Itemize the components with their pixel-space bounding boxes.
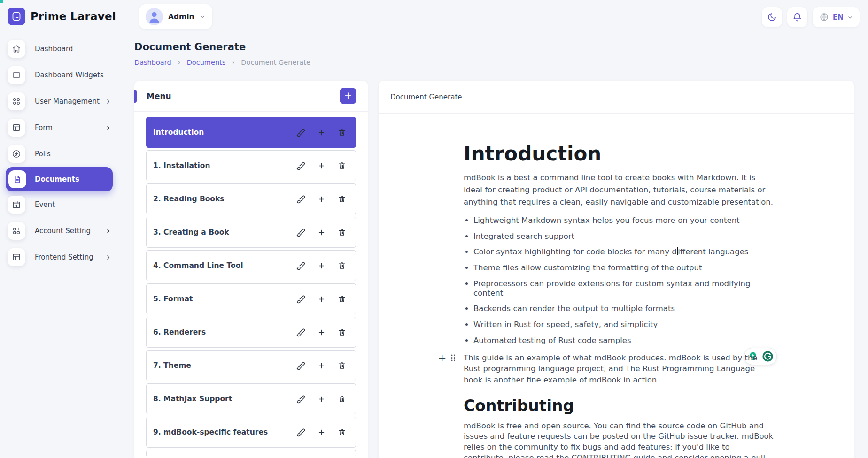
menu-item-mathjax-support[interactable]: 8. MathJax Support (146, 383, 356, 414)
menu-item-installation[interactable]: 1. Installation (146, 150, 356, 181)
home-icon (8, 40, 25, 58)
menu-item-command-line-tool[interactable]: 4. Command Line Tool (146, 250, 356, 281)
feature-bullet[interactable]: Automated testing of Rust code samples (473, 336, 774, 345)
add-subitem-icon[interactable] (318, 328, 326, 336)
trash-icon[interactable] (338, 261, 346, 270)
breadcrumb-link-dashboard[interactable]: Dashboard (134, 59, 171, 66)
trash-icon[interactable] (338, 295, 346, 303)
chevron-right-icon (105, 254, 111, 260)
menu-item-mdbook-specific-features[interactable]: 9. mdBook-specific features (146, 417, 356, 448)
trash-icon[interactable] (338, 328, 346, 336)
sidebar-item-documents[interactable]: Documents (6, 167, 113, 191)
calendar-icon (8, 196, 25, 214)
add-menu-button[interactable]: + (340, 88, 356, 104)
user-menu-button[interactable]: Admin (139, 4, 212, 29)
menu-item-label: 6. Renderers (153, 328, 206, 336)
menu-item-label: 9. mdBook-specific features (153, 428, 268, 436)
brush-icon[interactable] (296, 328, 305, 337)
brush-icon[interactable] (296, 428, 305, 437)
menu-item-label: 2. Reading Books (153, 195, 225, 203)
brush-icon[interactable] (296, 261, 305, 270)
sidebar-item-form[interactable]: Form (0, 114, 124, 141)
document-title[interactable]: Introduction (464, 143, 774, 165)
document-editor[interactable]: Introduction mdBook is a best a command … (464, 143, 774, 458)
trash-icon[interactable] (338, 195, 346, 203)
menu-item-label: 5. Format (153, 295, 193, 303)
add-subitem-icon[interactable] (318, 129, 326, 137)
menu-panel-title: Menu (147, 92, 171, 101)
menu-item-theme[interactable]: 7. Theme (146, 350, 356, 381)
breadcrumb-separator-icon (177, 60, 182, 65)
trash-icon[interactable] (338, 228, 346, 237)
feature-bullet[interactable]: Theme files allow customizing the format… (473, 263, 774, 273)
feature-bullet[interactable]: Backends can render the output to multip… (473, 304, 774, 313)
add-subitem-icon[interactable] (318, 295, 326, 303)
feature-bullet[interactable]: Lightweight Markdown syntax helps you fo… (473, 216, 774, 225)
add-subitem-icon[interactable] (318, 195, 326, 203)
guide-paragraph-block: + This guide is an example of what mdBoo… (464, 352, 774, 386)
add-subitem-icon[interactable] (318, 229, 326, 237)
trash-icon[interactable] (338, 128, 346, 137)
sidebar-item-dashboard-widgets[interactable]: Dashboard Widgets (0, 62, 124, 88)
language-selector[interactable]: EN (813, 7, 860, 27)
drag-handle-icon[interactable] (450, 354, 456, 362)
trash-icon[interactable] (338, 428, 346, 436)
brush-icon[interactable] (296, 295, 305, 304)
sidebar-item-event[interactable]: Event (0, 191, 124, 218)
trash-icon[interactable] (338, 161, 346, 170)
add-subitem-icon[interactable] (318, 262, 326, 270)
sidebar-item-label: Dashboard Widgets (35, 71, 104, 79)
breadcrumb: Dashboard Documents Document Generate (134, 59, 310, 66)
menu-item-label: 8. MathJax Support (153, 395, 232, 403)
intro-paragraph[interactable]: mdBook is a best a command line tool to … (464, 172, 774, 208)
feature-bullet[interactable]: Preprocessors can provide extensions for… (473, 279, 774, 298)
globe-icon (819, 12, 829, 22)
menu-item-partial[interactable] (146, 450, 356, 456)
sidebar-item-label: Dashboard (35, 45, 73, 53)
widget-square-icon (8, 66, 25, 84)
brush-icon[interactable] (296, 128, 305, 137)
brand-name: Prime Laravel (31, 10, 116, 23)
menu-item-renderers[interactable]: 6. Renderers (146, 317, 356, 348)
menu-item-introduction[interactable]: Introduction (146, 117, 356, 148)
avatar (146, 8, 163, 25)
sidebar-item-label: Account Setting (35, 227, 91, 235)
add-subitem-icon[interactable] (318, 162, 326, 170)
feature-bullet[interactable]: Written in Rust for speed, safety, and s… (473, 320, 774, 329)
sidebar-item-label: Documents (35, 175, 79, 183)
contributing-paragraph[interactable]: mdBook is free and open source. You can … (464, 421, 774, 458)
brush-icon[interactable] (296, 228, 305, 237)
brush-icon[interactable] (296, 361, 305, 370)
sidebar-item-label: Form (35, 123, 53, 132)
add-subitem-icon[interactable] (318, 395, 326, 403)
dark-mode-button[interactable] (762, 7, 782, 27)
chevron-down-icon (200, 14, 206, 20)
trash-icon[interactable] (338, 395, 346, 403)
notifications-button[interactable] (787, 7, 807, 27)
add-subitem-icon[interactable] (318, 428, 326, 436)
sidebar-item-account-setting[interactable]: Account Setting (0, 218, 124, 244)
breadcrumb-link-documents[interactable]: Documents (187, 59, 226, 66)
feature-list: Lightweight Markdown syntax helps you fo… (473, 216, 774, 345)
contributing-title[interactable]: Contributing (464, 397, 774, 415)
polls-person-icon (8, 145, 25, 163)
sidebar-item-dashboard[interactable]: Dashboard (0, 36, 124, 62)
menu-item-creating-a-book[interactable]: 3. Creating a Book (146, 217, 356, 248)
sidebar-item-polls[interactable]: Polls (0, 141, 124, 167)
menu-item-label: 3. Creating a Book (153, 228, 229, 237)
sidebar-item-frontend-setting[interactable]: Frontend Setting (0, 244, 124, 270)
add-block-icon[interactable]: + (438, 353, 446, 363)
brand: Prime Laravel (8, 8, 116, 25)
menu-item-reading-books[interactable]: 2. Reading Books (146, 183, 356, 214)
menu-item-format[interactable]: 5. Format (146, 283, 356, 314)
guide-paragraph[interactable]: This guide is an example of what mdBook … (464, 352, 774, 386)
brush-icon[interactable] (296, 395, 305, 404)
brush-icon[interactable] (296, 161, 305, 170)
add-subitem-icon[interactable] (318, 362, 326, 370)
feature-bullet[interactable]: Color syntax highlighting for code block… (473, 247, 774, 257)
brush-icon[interactable] (296, 195, 305, 204)
sidebar-item-label: Polls (35, 150, 51, 158)
sidebar-item-user-management[interactable]: User Management (0, 88, 124, 114)
feature-bullet[interactable]: Integrated search support (473, 232, 774, 241)
trash-icon[interactable] (338, 361, 346, 370)
